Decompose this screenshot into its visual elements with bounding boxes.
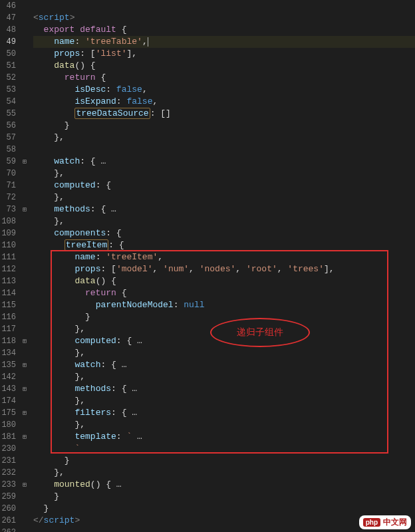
line-number: 261: [0, 515, 16, 527]
fold-expand-icon[interactable]: [20, 407, 29, 419]
code-area[interactable]: <script> export default { name: 'treeTab…: [29, 0, 415, 532]
code-line[interactable]: },: [33, 371, 415, 383]
line-number: 262: [0, 527, 16, 532]
fold-spacer: [20, 192, 29, 203]
fold-spacer: [20, 48, 29, 60]
fold-expand-icon[interactable]: [20, 203, 29, 215]
line-number: 135: [0, 359, 16, 371]
line-number: 143: [0, 383, 16, 395]
code-line[interactable]: methods: { …: [33, 383, 415, 395]
code-line[interactable]: },: [33, 347, 415, 359]
code-line[interactable]: computed: { …: [33, 335, 415, 347]
code-line[interactable]: },: [33, 395, 415, 407]
code-line[interactable]: isExpand: false,: [33, 96, 415, 108]
line-number: 134: [0, 347, 16, 359]
fold-spacer: [20, 108, 29, 120]
fold-spacer: [20, 120, 29, 132]
code-line[interactable]: watch: { …: [33, 156, 415, 168]
fold-expand-icon[interactable]: [20, 359, 29, 371]
code-line[interactable]: },: [33, 132, 415, 144]
fold-spacer: [20, 96, 29, 108]
code-line[interactable]: parentNodeModel: null: [33, 299, 415, 311]
code-line[interactable]: }: [33, 120, 415, 132]
code-line[interactable]: },: [33, 323, 415, 335]
code-line[interactable]: return {: [33, 72, 415, 84]
code-line[interactable]: isDesc: false,: [33, 84, 415, 96]
code-line[interactable]: }: [33, 491, 415, 503]
code-line[interactable]: computed: {: [33, 180, 415, 192]
code-line[interactable]: }: [33, 455, 415, 467]
code-line[interactable]: props: ['list'],: [33, 48, 415, 60]
fold-expand-icon[interactable]: [20, 335, 29, 347]
line-number: 53: [0, 84, 16, 96]
fold-spacer: [20, 0, 29, 12]
code-line[interactable]: data() {: [33, 275, 415, 287]
line-number: 72: [0, 192, 16, 203]
code-line[interactable]: }: [33, 311, 415, 323]
fold-expand-icon[interactable]: [20, 479, 29, 491]
line-number: 259: [0, 491, 16, 503]
line-number: 118: [0, 335, 16, 347]
code-line[interactable]: export default {: [33, 24, 415, 36]
code-line[interactable]: </script>: [33, 515, 415, 527]
code-line[interactable]: },: [33, 192, 415, 203]
fold-spacer: [20, 215, 29, 227]
line-number: 260: [0, 503, 16, 515]
fold-spacer: [20, 84, 29, 96]
fold-expand-icon[interactable]: [20, 431, 29, 443]
code-line[interactable]: props: ['model', 'num', 'nodes', 'root',…: [33, 263, 415, 275]
line-number: 51: [0, 60, 16, 72]
code-line[interactable]: [33, 144, 415, 156]
line-number: 58: [0, 144, 16, 156]
fold-spacer: [20, 132, 29, 144]
code-line[interactable]: name: 'treeTable',: [33, 36, 415, 48]
code-line[interactable]: treeItem: {: [33, 239, 415, 251]
code-line[interactable]: filters: { …: [33, 407, 415, 419]
code-line[interactable]: },: [33, 467, 415, 479]
line-number: 57: [0, 132, 16, 144]
line-number: 50: [0, 48, 16, 60]
line-number: 109: [0, 227, 16, 239]
line-number: 116: [0, 311, 16, 323]
code-line[interactable]: name: 'treeItem',: [33, 251, 415, 263]
code-line[interactable]: <script>: [33, 12, 415, 24]
fold-expand-icon[interactable]: [20, 383, 29, 395]
line-number: 47: [0, 12, 16, 24]
fold-spacer: [20, 419, 29, 431]
line-number: 111: [0, 251, 16, 263]
code-line[interactable]: [33, 527, 415, 532]
fold-spacer: [20, 491, 29, 503]
code-line[interactable]: components: {: [33, 227, 415, 239]
line-number: 233: [0, 479, 16, 491]
code-editor[interactable]: 4647484950515253545556575859707172731081…: [0, 0, 415, 532]
fold-spacer: [20, 72, 29, 84]
code-line[interactable]: mounted() { …: [33, 479, 415, 491]
fold-column[interactable]: [20, 0, 29, 532]
code-line[interactable]: `: [33, 443, 415, 455]
code-line[interactable]: },: [33, 168, 415, 180]
code-line[interactable]: watch: { …: [33, 359, 415, 371]
code-line[interactable]: data() {: [33, 60, 415, 72]
fold-spacer: [20, 251, 29, 263]
watermark-logo: php: [363, 518, 380, 527]
line-number: 54: [0, 96, 16, 108]
fold-spacer: [20, 395, 29, 407]
code-line[interactable]: },: [33, 215, 415, 227]
fold-spacer: [20, 36, 29, 48]
line-number: 142: [0, 371, 16, 383]
code-line[interactable]: template: ` …: [33, 431, 415, 443]
code-line[interactable]: }: [33, 503, 415, 515]
code-line[interactable]: methods: { …: [33, 203, 415, 215]
fold-spacer: [20, 60, 29, 72]
line-number: 71: [0, 180, 16, 192]
code-line[interactable]: [33, 0, 415, 12]
code-line[interactable]: },: [33, 419, 415, 431]
line-number: 46: [0, 0, 16, 12]
line-number: 110: [0, 239, 16, 251]
fold-expand-icon[interactable]: [20, 156, 29, 168]
code-line[interactable]: return {: [33, 287, 415, 299]
code-line[interactable]: treeDataSource: []: [33, 108, 415, 120]
line-number: 113: [0, 275, 16, 287]
fold-spacer: [20, 515, 29, 527]
line-number: 231: [0, 455, 16, 467]
